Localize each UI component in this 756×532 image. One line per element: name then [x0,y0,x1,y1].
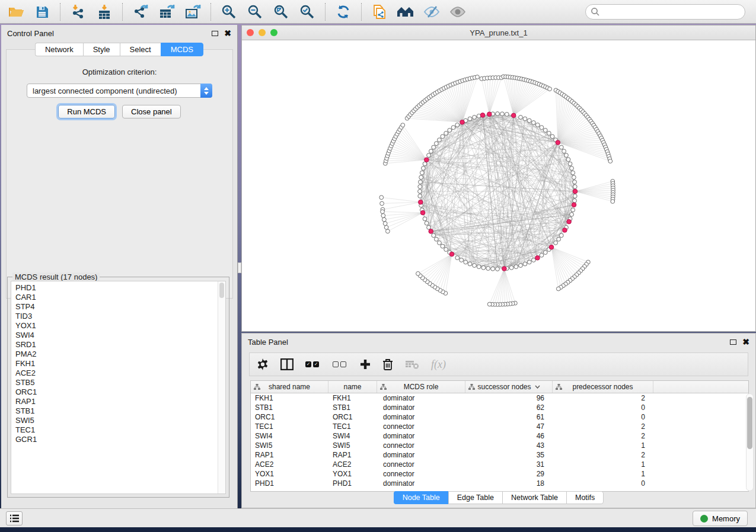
eye-icon [449,5,466,19]
table-cell: 1 [553,441,653,450]
tab-node-table[interactable]: Node Table [394,491,448,504]
mcds-result-item[interactable]: TEC1 [15,425,225,435]
close-panel-button[interactable]: Close panel [122,105,181,118]
table-row[interactable]: ORC1ORC1dominator610 [251,412,748,422]
network-canvas[interactable] [242,40,755,331]
tab-motifs[interactable]: Motifs [566,491,604,504]
table-scrollbar[interactable] [746,393,754,491]
table-cell: PHD1 [328,479,377,488]
column-header-shared-name[interactable]: shared name [251,381,328,393]
table-row[interactable]: YOX1YOX1connector291 [251,469,748,479]
mcds-result-item[interactable]: RAP1 [15,397,225,406]
table-panel-title: Table Panel [248,338,288,347]
refresh-button[interactable] [331,2,356,22]
mcds-result-list: PHD1CAR1STP4TID3YOX1SWI4SRD1PMA2FKH1ACE2… [11,281,226,494]
export-network-button[interactable] [128,2,153,22]
column-label: shared name [269,383,310,391]
table-cell: FKH1 [328,394,377,402]
first-neighbors-button[interactable] [393,2,418,22]
table-row[interactable]: FKH1FKH1dominator962 [251,393,748,403]
close-panel-icon[interactable]: ✖ [224,29,231,37]
task-history-button[interactable] [6,511,23,525]
deselect-all-button[interactable] [333,356,348,373]
scrollbar-thumb[interactable] [747,397,752,449]
settings-gear-button[interactable] [257,356,269,373]
column-header-predecessor-nodes[interactable]: predecessor nodes [553,381,653,393]
export-table-button[interactable] [154,2,179,22]
search-input[interactable] [600,7,740,16]
tab-style[interactable]: Style [83,43,120,56]
maximize-traffic-light[interactable] [270,29,277,36]
table-cell: connector [377,441,465,450]
mcds-result-item[interactable]: STB1 [15,406,225,416]
float-panel-icon[interactable] [730,339,736,345]
column-header-name[interactable]: name [328,381,377,393]
hide-selected-button[interactable] [419,2,444,22]
table-header-row: shared namenameMCDS rolesuccessor nodesp… [251,381,748,393]
mcds-result-item[interactable]: CAR1 [15,293,225,302]
table-cell: TEC1 [251,422,328,431]
column-header-MCDS-role[interactable]: MCDS role [377,381,465,393]
run-mcds-button[interactable]: Run MCDS [58,105,115,118]
table-cell: STB1 [251,403,328,412]
table-row[interactable]: SWI4SWI4dominator462 [251,431,748,441]
mcds-result-item[interactable]: SRD1 [15,340,225,350]
zoom-selected-button[interactable] [295,2,320,22]
show-all-button[interactable] [445,2,470,22]
column-header-successor-nodes[interactable]: successor nodes [465,381,553,393]
delete-table-button[interactable] [405,356,419,373]
search-field[interactable] [585,4,745,20]
table-row[interactable]: RAP1RAP1dominator352 [251,450,748,460]
mcds-result-item[interactable]: STB5 [15,378,225,387]
minimize-traffic-light[interactable] [259,29,266,36]
mcds-result-item[interactable]: ORC1 [15,387,225,397]
function-builder-button[interactable]: f(x) [431,356,446,373]
tab-network[interactable]: Network [35,43,83,56]
table-row[interactable]: STB1STB1dominator620 [251,403,748,412]
table-row[interactable]: SWI5SWI5connector431 [251,441,748,450]
table-row[interactable]: ACE2ACE2connector311 [251,460,748,469]
criterion-dropdown[interactable]: largest connected component (undirected) [27,84,212,98]
mcds-list-scrollbar[interactable] [218,281,225,493]
delete-column-button[interactable] [382,356,393,373]
table-cell: ORC1 [251,413,328,421]
mcds-result-item[interactable]: SWI4 [15,331,225,340]
select-all-button[interactable]: ✓ ✓ [305,356,321,373]
scrollbar-thumb[interactable] [219,283,224,298]
network-window-titlebar[interactable]: YPA_prune.txt_1 [242,25,755,40]
save-session-button[interactable] [30,2,55,22]
import-table-button[interactable] [92,2,117,22]
zoom-out-button[interactable] [243,2,267,22]
mcds-result-item[interactable]: GCR1 [15,435,225,444]
show-columns-button[interactable] [280,356,294,373]
tab-select[interactable]: Select [120,43,161,56]
export-image-button[interactable] [180,2,205,22]
mcds-result-item[interactable]: YOX1 [15,321,225,331]
toolbar-separator [60,3,60,21]
mcds-result-item[interactable]: FKH1 [15,359,225,368]
mcds-result-item[interactable]: STP4 [15,302,225,312]
table-row[interactable]: TEC1TEC1connector472 [251,422,748,431]
add-column-button[interactable] [360,356,371,373]
tab-edge-table[interactable]: Edge Table [448,491,502,504]
import-network-button[interactable] [66,2,91,22]
mcds-result-item[interactable]: ACE2 [15,368,225,378]
save-floppy-icon [35,5,49,19]
unchecked-box-icon [340,361,346,367]
zoom-in-button[interactable] [216,2,241,22]
clone-network-button[interactable] [367,2,392,22]
mcds-result-item[interactable]: PMA2 [15,350,225,359]
export-table-icon [158,4,175,20]
close-traffic-light[interactable] [247,29,254,36]
float-panel-icon[interactable] [212,31,218,36]
zoom-fit-button[interactable] [269,2,294,22]
mcds-result-item[interactable]: SWI5 [15,416,225,425]
mcds-result-item[interactable]: TID3 [15,312,225,321]
open-file-button[interactable] [4,2,28,22]
table-row[interactable]: PHD1PHD1dominator180 [251,479,748,488]
tab-network-table[interactable]: Network Table [502,491,566,504]
memory-button[interactable]: Memory [693,511,748,526]
close-panel-icon[interactable]: ✖ [742,338,749,346]
mcds-result-item[interactable]: PHD1 [15,283,225,293]
tab-mcds[interactable]: MCDS [161,43,203,56]
